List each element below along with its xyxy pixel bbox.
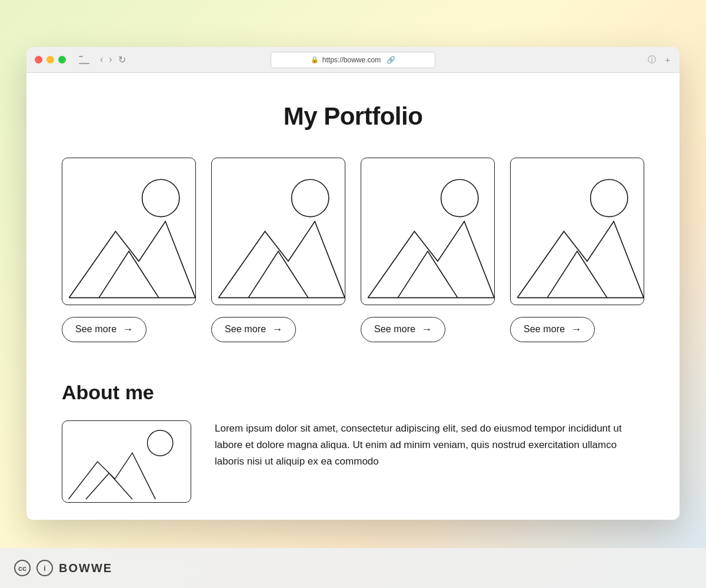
maximize-button[interactable] — [58, 56, 66, 64]
url-text: https://bowwe.com — [322, 56, 381, 64]
portfolio-image-4 — [510, 158, 644, 305]
traffic-lights — [35, 56, 66, 64]
page-content: My Portfolio See more → — [26, 73, 680, 520]
portfolio-item-3: See more → — [361, 158, 495, 342]
about-body-text: Lorem ipsum dolor sit amet, consectetur … — [215, 420, 644, 470]
portfolio-item-4: See more → — [510, 158, 644, 342]
cc-text: cc — [18, 564, 26, 573]
bottom-bar: cc i BOWWE — [0, 548, 706, 588]
forward-button[interactable]: › — [108, 54, 113, 65]
svg-point-8 — [147, 430, 172, 456]
lock-icon: 🔒 — [311, 56, 319, 64]
see-more-button-3[interactable]: See more → — [361, 317, 445, 342]
see-more-label-4: See more — [524, 324, 565, 335]
about-content: Lorem ipsum dolor sit amet, consectetur … — [62, 420, 644, 503]
see-more-label-2: See more — [225, 324, 266, 335]
about-title: About me — [62, 381, 644, 404]
nav-buttons: ‹ › ↻ — [99, 54, 127, 65]
arrow-right-icon-1: → — [122, 323, 133, 336]
svg-point-6 — [591, 179, 628, 216]
help-button[interactable]: ⓘ — [647, 55, 657, 65]
address-bar[interactable]: 🔒 https://bowwe.com 🔗 — [271, 52, 435, 68]
see-more-button-4[interactable]: See more → — [510, 317, 595, 342]
titlebar-right-actions: ⓘ + — [647, 55, 671, 65]
attribution-icon: i — [36, 560, 53, 576]
attribution-text: i — [44, 564, 46, 573]
close-button[interactable] — [35, 56, 42, 64]
page-title: My Portfolio — [62, 102, 644, 131]
new-tab-button[interactable]: + — [664, 55, 671, 65]
about-section: About me Lorem ipsum dolor sit amet, con… — [62, 363, 644, 503]
portfolio-item-1: See more → — [62, 158, 196, 342]
titlebar: ‹ › ↻ 🔒 https://bowwe.com 🔗 ⓘ + — [26, 47, 680, 73]
sidebar-toggle-button[interactable] — [79, 56, 89, 64]
portfolio-item-2: See more → — [211, 158, 345, 342]
portfolio-image-1 — [62, 158, 196, 305]
see-more-button-1[interactable]: See more → — [62, 317, 146, 342]
reload-button[interactable]: ↻ — [117, 54, 127, 65]
arrow-right-icon-3: → — [421, 323, 432, 336]
link-icon: 🔗 — [387, 56, 395, 64]
creative-commons-icon: cc — [14, 560, 31, 576]
portfolio-grid: See more → See more → — [62, 158, 644, 342]
browser-window: ‹ › ↻ 🔒 https://bowwe.com 🔗 ⓘ + My Portf… — [26, 47, 680, 520]
see-more-button-2[interactable]: See more → — [211, 317, 296, 342]
bowwe-brand: BOWWE — [59, 562, 112, 575]
portfolio-image-3 — [361, 158, 495, 305]
svg-point-2 — [292, 179, 329, 216]
back-button[interactable]: ‹ — [99, 54, 104, 65]
see-more-label-1: See more — [75, 324, 116, 335]
arrow-right-icon-4: → — [571, 323, 581, 336]
svg-point-4 — [441, 179, 478, 216]
about-image — [62, 420, 191, 503]
minimize-button[interactable] — [46, 56, 54, 64]
svg-point-0 — [142, 179, 179, 216]
arrow-right-icon-2: → — [272, 323, 282, 336]
see-more-label-3: See more — [374, 324, 415, 335]
portfolio-image-2 — [211, 158, 345, 305]
